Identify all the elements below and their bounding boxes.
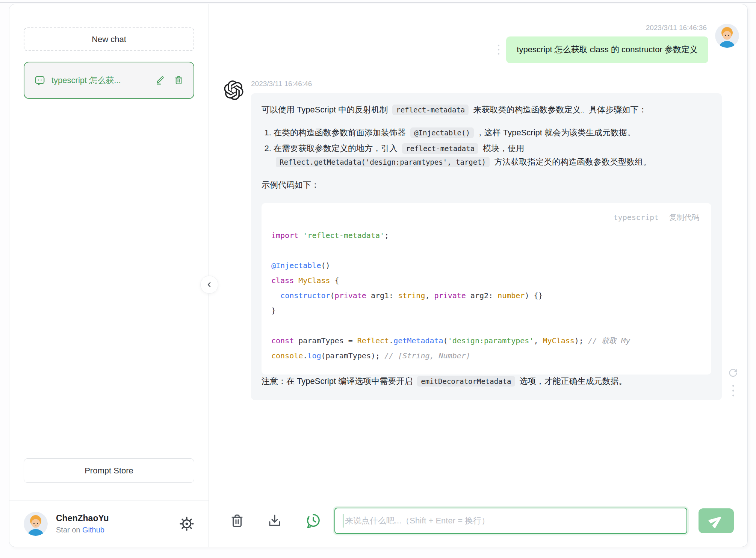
sidebar-item-conversation[interactable]: typescript 怎么获...: [24, 62, 194, 99]
chatgpt-web-app: New chat typescript 怎么获...: [9, 4, 748, 547]
assistant-message-timestamp: 2023/3/11 16:46:46: [251, 80, 739, 88]
conversation-title: typescript 怎么获...: [51, 75, 149, 86]
regenerate-icon[interactable]: [728, 368, 738, 378]
code-content: import 'reflect-metadata'; @Injectable()…: [271, 228, 702, 363]
user-message-menu-icon[interactable]: [497, 43, 500, 56]
text-caret: [343, 514, 343, 528]
delete-conversation-icon[interactable]: [174, 75, 184, 85]
paper-plane-icon: [710, 514, 723, 527]
inline-code: emitDecoratorMetadata: [417, 376, 515, 387]
prompt-store-label: Prompt Store: [85, 466, 133, 476]
user-message-line: typescript 怎么获取 class 的 constructor 参数定义: [497, 36, 708, 63]
inline-code: reflect-metadata: [402, 143, 478, 154]
user-name: ChenZhaoYu: [56, 513, 109, 523]
sidebar-footer: ChenZhaoYu Star on Github: [9, 500, 209, 547]
new-chat-label: New chat: [92, 35, 126, 44]
code-language-label: typescript: [614, 211, 659, 223]
assistant-steps-list: 在类的构造函数参数前面添加装饰器 @Injectable()，这样 TypeSc…: [262, 126, 711, 168]
user-subtitle: Star on Github: [56, 526, 109, 534]
chat-main: 2023/3/11 16:46:36 typescript 怎么获取 class…: [209, 4, 747, 547]
assistant-message-column: 2023/3/11 16:46:46 可以使用 TypeScript 中的反射机…: [251, 80, 739, 400]
assistant-message-bubble: 可以使用 TypeScript 中的反射机制 reflect-metadata …: [251, 93, 722, 400]
conversation-actions: [155, 75, 184, 85]
window-top-edge: [0, 2, 756, 3]
message-bubble-icon: [34, 75, 45, 86]
sidebar-top: New chat typescript 怎么获...: [9, 4, 209, 99]
assistant-step-item: 在需要获取参数定义的地方，引入 reflect-metadata 模块，使用 R…: [274, 142, 711, 168]
code-line: [271, 243, 702, 258]
clear-conversation-icon[interactable]: [229, 513, 245, 529]
code-line: import 'reflect-metadata';: [271, 228, 702, 243]
sidebar: New chat typescript 怎么获...: [9, 4, 209, 547]
composer-tools: [229, 512, 322, 529]
code-line: class MyClass {: [271, 273, 702, 288]
prompt-store-button[interactable]: Prompt Store: [24, 458, 194, 483]
user-message-timestamp: 2023/3/11 16:46:36: [646, 24, 707, 32]
export-download-icon[interactable]: [267, 513, 283, 529]
send-button[interactable]: [699, 508, 734, 533]
code-line: const paramTypes = Reflect.getMetadata('…: [271, 333, 702, 348]
conversation-list-spacer: [9, 99, 209, 458]
message-input-wrap: [334, 508, 687, 534]
assistant-intro-paragraph: 可以使用 TypeScript 中的反射机制 reflect-metadata …: [262, 103, 711, 117]
code-block: typescript 复制代码 import 'reflect-metadata…: [262, 203, 711, 375]
code-line: constructor(private arg1: string, privat…: [271, 288, 702, 303]
code-block-header: typescript 复制代码: [271, 208, 702, 228]
user-message-row: 2023/3/11 16:46:36 typescript 怎么获取 class…: [224, 24, 739, 63]
history-context-icon[interactable]: [304, 512, 322, 529]
chevron-left-icon: [205, 281, 213, 289]
assistant-message-row: 2023/3/11 16:46:46 可以使用 TypeScript 中的反射机…: [224, 80, 739, 400]
settings-button[interactable]: [179, 516, 194, 531]
composer-bar: [209, 501, 747, 547]
openai-logo-icon: [224, 80, 243, 102]
assistant-example-intro: 示例代码如下：: [262, 178, 711, 192]
user-message-avatar: [715, 24, 739, 48]
assistant-message-line: 可以使用 TypeScript 中的反射机制 reflect-metadata …: [251, 93, 739, 400]
code-line: console.log(paramTypes); // [String, Num…: [271, 348, 702, 363]
copy-code-button[interactable]: 复制代码: [669, 211, 699, 223]
inline-code: @Injectable(): [410, 127, 474, 138]
code-line: @Injectable(): [271, 258, 702, 273]
inline-code: reflect-metadata: [392, 105, 469, 115]
assistant-step-item: 在类的构造函数参数前面添加装饰器 @Injectable()，这样 TypeSc…: [274, 126, 711, 140]
user-avatar: [24, 512, 48, 536]
user-meta: ChenZhaoYu Star on Github: [56, 513, 109, 534]
user-message-bubble: typescript 怎么获取 class 的 constructor 参数定义: [506, 36, 708, 63]
edit-conversation-icon[interactable]: [155, 75, 165, 85]
github-link[interactable]: Github: [82, 526, 104, 534]
code-line: [271, 318, 702, 333]
inline-code: Reflect.getMetadata('design:paramtypes',…: [276, 157, 490, 167]
star-on-text: Star on: [56, 526, 82, 534]
chat-scroll-area[interactable]: 2023/3/11 16:46:36 typescript 怎么获取 class…: [209, 4, 747, 501]
code-line: }: [271, 303, 702, 318]
new-chat-button[interactable]: New chat: [24, 27, 194, 51]
app-window: New chat typescript 怎么获...: [0, 0, 756, 558]
sidebar-collapse-button[interactable]: [200, 276, 218, 294]
message-input[interactable]: [334, 508, 687, 534]
assistant-note-paragraph: 注意：在 TypeScript 编译选项中需要开启 emitDecoratorM…: [262, 375, 711, 388]
user-message-column: 2023/3/11 16:46:36 typescript 怎么获取 class…: [497, 24, 708, 63]
message-menu-icon[interactable]: [732, 384, 735, 398]
assistant-message-actions: [727, 368, 739, 400]
